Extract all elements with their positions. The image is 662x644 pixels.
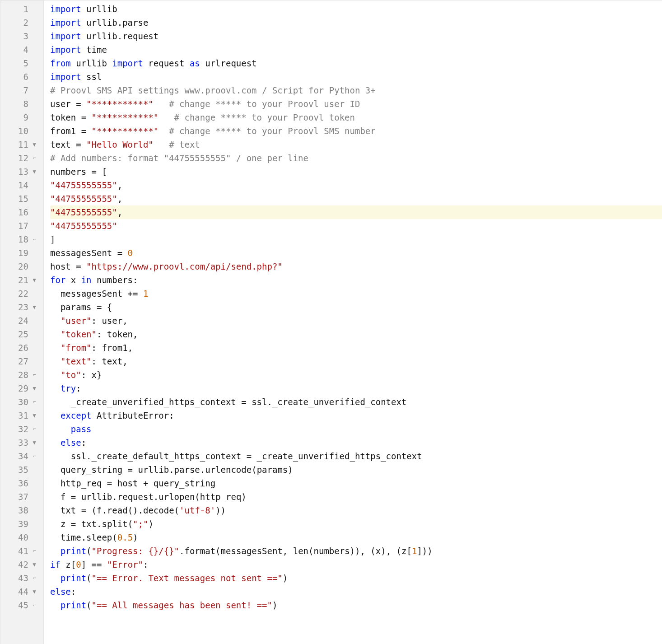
token-op: = [ (92, 167, 107, 177)
token-id: messagesSent (50, 248, 117, 258)
code-line[interactable]: ssl._create_default_https_context = _cre… (50, 449, 662, 463)
code-line[interactable]: import urllib (50, 2, 662, 16)
gutter-row: 31▼ (0, 409, 43, 422)
token-id: urllib (81, 492, 112, 502)
gutter-row: 12⌐ (0, 151, 43, 165)
code-line[interactable]: # Proovl SMS API settings www.proovl.com… (50, 84, 662, 97)
token-id: request (117, 492, 154, 502)
line-number: 31 (0, 409, 31, 422)
code-line[interactable]: from urllib import request as urlrequest (50, 56, 662, 70)
code-line[interactable]: "44755555555", (50, 192, 662, 205)
code-line[interactable]: f = urllib.request.urlopen(http_req) (50, 490, 662, 504)
code-line[interactable]: from1 = "***********" # change ***** to … (50, 124, 662, 138)
code-area[interactable]: import urllibimport urllib.parseimport u… (44, 0, 662, 644)
code-line[interactable]: "user": user, (50, 314, 662, 327)
token-id: numbers (314, 546, 350, 556)
fold-open-icon[interactable]: ▼ (31, 273, 37, 287)
fold-open-icon[interactable]: ▼ (31, 165, 37, 178)
token-op: , ( (360, 546, 375, 556)
token-op: : (71, 587, 76, 597)
gutter-row: 24 (0, 314, 43, 327)
gutter-row: 32⌐ (0, 422, 43, 436)
code-line[interactable]: numbers = [ (50, 165, 662, 178)
code-line[interactable]: params = { (50, 300, 662, 314)
code-line[interactable]: user = "***********" # change ***** to y… (50, 97, 662, 111)
fold-open-icon[interactable]: ▼ (31, 409, 37, 422)
fold-close-icon[interactable]: ⌐ (31, 422, 37, 436)
token-op: ( (86, 573, 91, 583)
token-op: . (179, 546, 184, 556)
code-line[interactable]: else: (50, 436, 662, 449)
line-number: 34 (0, 449, 31, 463)
code-line[interactable]: import time (50, 43, 662, 56)
code-line[interactable]: try: (50, 382, 662, 395)
code-line[interactable]: query_string = urllib.parse.urlencode(pa… (50, 463, 662, 476)
token-id: messagesSent (50, 289, 128, 299)
token-id: z (61, 560, 71, 569)
code-line[interactable]: z = txt.split(";") (50, 517, 662, 531)
code-line[interactable]: import ssl (50, 70, 662, 84)
code-line[interactable]: import urllib.request (50, 29, 662, 43)
code-line[interactable]: if z[0] == "Error": (50, 558, 662, 571)
code-line[interactable]: "text": text, (50, 355, 662, 368)
fold-close-icon[interactable]: ⌐ (31, 233, 37, 246)
code-line[interactable]: host = "https://www.proovl.com/api/send.… (50, 260, 662, 273)
code-line[interactable]: print("== All messages has been sent! ==… (50, 598, 662, 612)
code-line[interactable]: txt = (f.read().decode('utf-8')) (50, 504, 662, 517)
code-line[interactable]: "44755555555" (50, 219, 662, 233)
token-op: , (283, 546, 293, 556)
token-op: ( (128, 519, 133, 529)
line-number: 3 (0, 29, 31, 43)
fold-open-icon[interactable]: ▼ (31, 585, 37, 598)
token-op: } (97, 370, 102, 380)
code-editor[interactable]: 1234567891011▼12⌐13▼1415161718⌐192021▼22… (0, 0, 662, 644)
code-line[interactable]: "token": token, (50, 327, 662, 341)
fold-close-icon[interactable]: ⌐ (31, 449, 37, 463)
code-line[interactable]: except AttributeError: (50, 409, 662, 422)
code-line[interactable]: else: (50, 585, 662, 598)
fold-open-icon[interactable]: ▼ (31, 300, 37, 314)
gutter-row: 21▼ (0, 273, 43, 287)
fold-close-icon[interactable]: ⌐ (31, 598, 37, 612)
fold-close-icon[interactable]: ⌐ (31, 395, 37, 409)
token-op: = (128, 465, 138, 475)
code-line[interactable]: http_req = host + query_string (50, 476, 662, 490)
fold-close-icon[interactable]: ⌐ (31, 151, 37, 165)
line-number: 16 (0, 205, 31, 219)
code-line[interactable]: print("Progress: {}/{}".format(messagesS… (50, 544, 662, 558)
token-cmt: # Add numbers: format "44755555555" / on… (50, 153, 308, 163)
code-line[interactable]: messagesSent += 1 (50, 287, 662, 300)
line-number: 12 (0, 151, 31, 165)
code-line[interactable]: token = "***********" # change ***** to … (50, 111, 662, 124)
token-op: ( (174, 505, 179, 515)
code-line[interactable]: time.sleep(0.5) (50, 531, 662, 544)
code-line[interactable]: text = "Hello World" # text (50, 138, 662, 151)
fold-open-icon[interactable]: ▼ (31, 138, 37, 151)
line-number: 36 (0, 476, 31, 490)
code-line[interactable]: "to": x} (50, 368, 662, 382)
fold-close-icon[interactable]: ⌐ (31, 368, 37, 382)
fold-open-icon[interactable]: ▼ (31, 382, 37, 395)
code-line[interactable]: for x in numbers: (50, 273, 662, 287)
token-id: urllib (81, 18, 117, 28)
fold-close-icon[interactable]: ⌐ (31, 571, 37, 585)
code-line[interactable]: "44755555555", (50, 178, 662, 192)
code-line[interactable]: "44755555555", (50, 205, 662, 219)
code-line[interactable]: _create_unverified_https_context = ssl._… (50, 395, 662, 409)
token-op: = (76, 261, 86, 271)
code-line[interactable]: pass (50, 422, 662, 436)
line-number: 6 (0, 70, 31, 84)
code-line[interactable]: "from": from1, (50, 341, 662, 355)
token-str: "token" (61, 329, 97, 339)
code-line[interactable]: import urllib.parse (50, 16, 662, 29)
code-line[interactable]: ] (50, 233, 662, 246)
fold-open-icon[interactable]: ▼ (31, 436, 37, 449)
fold-open-icon[interactable]: ▼ (31, 558, 37, 571)
token-id: text (50, 140, 76, 149)
token-op: , (117, 207, 122, 217)
code-line[interactable]: messagesSent = 0 (50, 246, 662, 260)
code-line[interactable]: print("== Error. Text messages not sent … (50, 571, 662, 585)
fold-close-icon[interactable]: ⌐ (31, 544, 37, 558)
token-id: urllib (138, 465, 169, 475)
code-line[interactable]: # Add numbers: format "44755555555" / on… (50, 151, 662, 165)
